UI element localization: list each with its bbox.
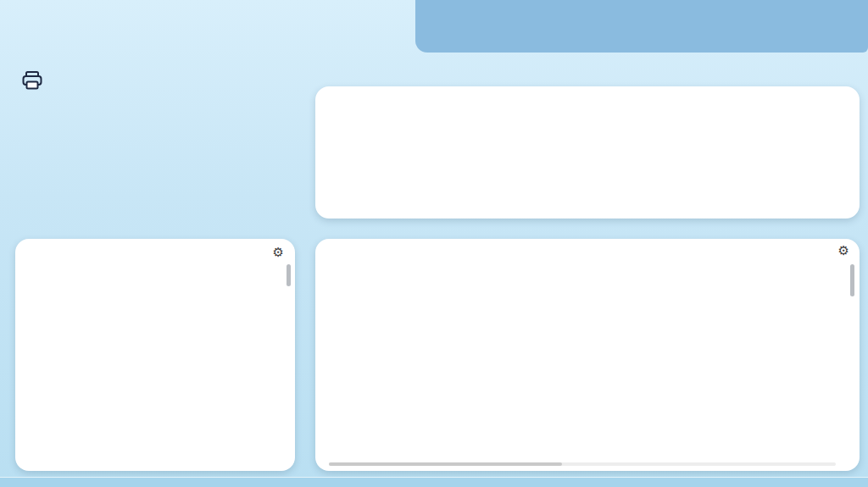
- vertical-scrollbar[interactable]: [287, 264, 291, 286]
- gear-icon[interactable]: ⚙: [838, 244, 849, 257]
- print-button[interactable]: [21, 70, 43, 93]
- printer-icon: [21, 70, 43, 91]
- efficiency-chart-card: [315, 86, 860, 219]
- workspot-table-card: ⚙: [315, 239, 860, 471]
- employee-table-card: ⚙: [15, 239, 295, 471]
- efficiency-working-hours-chart[interactable]: [315, 86, 860, 219]
- filter-panel: [415, 0, 868, 53]
- horizontal-scrollbar[interactable]: [329, 462, 836, 466]
- gear-icon[interactable]: ⚙: [273, 246, 284, 258]
- vertical-scrollbar[interactable]: [850, 264, 854, 296]
- bottom-strip: [0, 477, 868, 487]
- dashboard: ⚙ ⚙: [0, 0, 868, 487]
